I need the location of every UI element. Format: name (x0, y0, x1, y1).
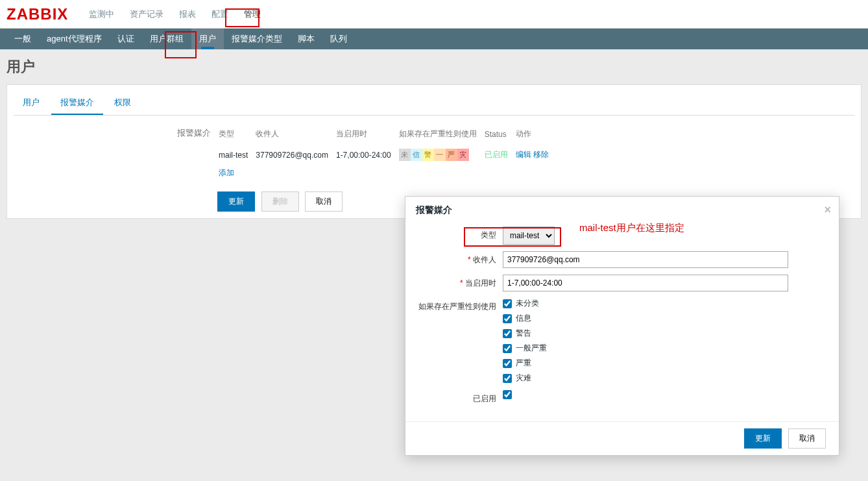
subnav-proxies[interactable]: agent代理程序 (39, 29, 110, 49)
nav-administration[interactable]: 管理 (236, 0, 269, 29)
cell-action: 编辑 移除 (516, 146, 555, 164)
severity-badge-0: 未 (399, 149, 411, 161)
severity-badge-4: 严 (446, 149, 457, 161)
severity-badge-1: 信 (411, 149, 422, 161)
media-table: 类型 收件人 当启用时 如果存在严重性则使用 Status 动作 mail-te… (217, 125, 557, 182)
cell-recipient: 377909726@qq.com (256, 146, 335, 164)
modal-title: 报警媒介 × (405, 197, 839, 224)
page-title: 用户 (0, 49, 868, 84)
top-nav: ZABBIX 监测中 资产记录 报表 配置 管理 (0, 0, 868, 29)
severity-badge-3: 一 (434, 149, 446, 161)
subnav-authentication[interactable]: 认证 (110, 29, 142, 49)
subnav-queue[interactable]: 队列 (322, 29, 355, 49)
nav-monitoring[interactable]: 监测中 (81, 0, 122, 29)
cell-type: mail-test (219, 146, 254, 164)
edit-link[interactable]: 编辑 (516, 150, 531, 159)
update-button[interactable]: 更新 (217, 191, 255, 212)
cell-severity: 未 信 警 一 严 灾 (399, 146, 483, 164)
sub-nav: 一般 agent代理程序 认证 用户群组 用户 报警媒介类型 脚本 队列 (0, 29, 868, 49)
severity-badge-5: 灾 (457, 149, 469, 161)
subnav-mediatypes[interactable]: 报警媒介类型 (224, 29, 290, 49)
close-icon[interactable]: × (824, 203, 831, 217)
annotation-text: mail-test用户在这里指定 (579, 222, 684, 225)
nav-configuration[interactable]: 配置 (204, 0, 236, 29)
col-whenactive: 当启用时 (336, 126, 398, 145)
col-action: 动作 (516, 126, 555, 145)
cancel-button[interactable]: 取消 (305, 191, 343, 212)
col-type: 类型 (219, 126, 254, 145)
subnav-scripts[interactable]: 脚本 (290, 29, 322, 49)
nav-reports[interactable]: 报表 (171, 0, 204, 29)
table-row: mail-test 377909726@qq.com 1-7,00:00-24:… (219, 146, 555, 164)
add-media-link[interactable]: 添加 (219, 168, 234, 177)
col-status: Status (485, 126, 514, 145)
subnav-general[interactable]: 一般 (6, 29, 39, 49)
subnav-users[interactable]: 用户 (191, 29, 224, 49)
tab-media[interactable]: 报警媒介 (51, 92, 103, 115)
remove-link[interactable]: 移除 (533, 150, 549, 159)
severity-badge-2: 警 (422, 149, 434, 161)
media-modal: 报警媒介 × 类型 mail-test 收件人 当启用时 如果存在严重性则使用 … (405, 196, 839, 225)
cell-status[interactable]: 已启用 (485, 146, 514, 164)
nav-inventory[interactable]: 资产记录 (122, 0, 171, 29)
media-section-label: 报警媒介 (169, 125, 211, 139)
logo: ZABBIX (6, 5, 68, 23)
cell-whenactive: 1-7,00:00-24:00 (336, 146, 398, 164)
tab-user[interactable]: 用户 (14, 92, 49, 114)
content-tabs: 用户 报警媒介 权限 (14, 92, 854, 116)
col-severity: 如果存在严重性则使用 (399, 126, 483, 145)
delete-button: 删除 (261, 191, 299, 212)
col-recipient: 收件人 (256, 126, 335, 145)
tab-permissions[interactable]: 权限 (105, 92, 140, 114)
subnav-usergroups[interactable]: 用户群组 (142, 29, 191, 49)
